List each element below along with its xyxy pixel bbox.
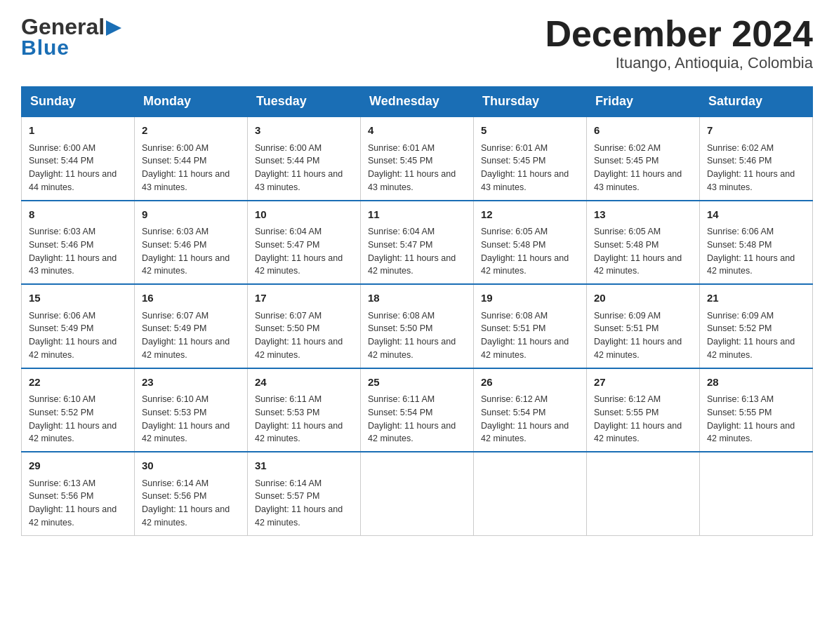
page-subtitle: Ituango, Antioquia, Colombia	[545, 54, 813, 72]
calendar-cell: 15 Sunrise: 6:06 AMSunset: 5:49 PMDaylig…	[22, 284, 135, 368]
day-number: 14	[707, 207, 805, 223]
day-info: Sunrise: 6:08 AMSunset: 5:51 PMDaylight:…	[481, 309, 579, 362]
day-info: Sunrise: 6:11 AMSunset: 5:53 PMDaylight:…	[255, 393, 353, 445]
day-number: 23	[142, 375, 240, 391]
calendar-cell: 5 Sunrise: 6:01 AMSunset: 5:45 PMDayligh…	[474, 116, 587, 201]
calendar-table: SundayMondayTuesdayWednesdayThursdayFrid…	[21, 86, 813, 536]
calendar-week-5: 29 Sunrise: 6:13 AMSunset: 5:56 PMDaylig…	[22, 452, 813, 535]
day-info: Sunrise: 6:02 AMSunset: 5:45 PMDaylight:…	[594, 142, 692, 194]
calendar-header-thursday: Thursday	[474, 87, 587, 117]
day-number: 6	[594, 123, 692, 139]
day-info: Sunrise: 6:07 AMSunset: 5:50 PMDaylight:…	[255, 309, 353, 362]
day-info: Sunrise: 6:08 AMSunset: 5:50 PMDaylight:…	[368, 309, 466, 362]
page-header: General Blue December 2024 Ituango, Anti…	[21, 14, 813, 72]
day-info: Sunrise: 6:06 AMSunset: 5:48 PMDaylight:…	[707, 225, 805, 278]
calendar-header-tuesday: Tuesday	[248, 87, 361, 117]
day-number: 15	[29, 290, 127, 307]
calendar-cell: 4 Sunrise: 6:01 AMSunset: 5:45 PMDayligh…	[361, 116, 474, 201]
day-info: Sunrise: 6:04 AMSunset: 5:47 PMDaylight:…	[368, 225, 466, 278]
calendar-cell: 1 Sunrise: 6:00 AMSunset: 5:44 PMDayligh…	[22, 116, 135, 201]
calendar-cell: 17 Sunrise: 6:07 AMSunset: 5:50 PMDaylig…	[248, 284, 361, 368]
calendar-cell: 24 Sunrise: 6:11 AMSunset: 5:53 PMDaylig…	[248, 368, 361, 452]
calendar-cell: 10 Sunrise: 6:04 AMSunset: 5:47 PMDaylig…	[248, 201, 361, 285]
day-number: 16	[142, 290, 240, 307]
calendar-week-2: 8 Sunrise: 6:03 AMSunset: 5:46 PMDayligh…	[22, 201, 813, 285]
calendar-cell: 16 Sunrise: 6:07 AMSunset: 5:49 PMDaylig…	[135, 284, 248, 368]
calendar-cell: 27 Sunrise: 6:12 AMSunset: 5:55 PMDaylig…	[587, 368, 700, 452]
day-info: Sunrise: 6:10 AMSunset: 5:53 PMDaylight:…	[142, 393, 240, 445]
calendar-cell: 21 Sunrise: 6:09 AMSunset: 5:52 PMDaylig…	[700, 284, 813, 368]
calendar-cell	[587, 452, 700, 535]
day-info: Sunrise: 6:01 AMSunset: 5:45 PMDaylight:…	[481, 142, 579, 194]
day-info: Sunrise: 6:03 AMSunset: 5:46 PMDaylight:…	[142, 225, 240, 278]
calendar-week-1: 1 Sunrise: 6:00 AMSunset: 5:44 PMDayligh…	[22, 116, 813, 201]
day-info: Sunrise: 6:12 AMSunset: 5:55 PMDaylight:…	[594, 393, 692, 445]
day-number: 7	[707, 123, 805, 139]
calendar-header-saturday: Saturday	[700, 87, 813, 117]
calendar-cell: 23 Sunrise: 6:10 AMSunset: 5:53 PMDaylig…	[135, 368, 248, 452]
day-info: Sunrise: 6:09 AMSunset: 5:51 PMDaylight:…	[594, 309, 692, 362]
calendar-cell: 29 Sunrise: 6:13 AMSunset: 5:56 PMDaylig…	[22, 452, 135, 535]
day-number: 28	[707, 375, 805, 391]
calendar-cell: 18 Sunrise: 6:08 AMSunset: 5:50 PMDaylig…	[361, 284, 474, 368]
calendar-header-sunday: Sunday	[22, 87, 135, 117]
day-info: Sunrise: 6:05 AMSunset: 5:48 PMDaylight:…	[594, 225, 692, 278]
calendar-cell: 7 Sunrise: 6:02 AMSunset: 5:46 PMDayligh…	[700, 116, 813, 201]
logo-blue-text: Blue	[21, 36, 70, 60]
day-number: 19	[481, 290, 579, 307]
calendar-week-3: 15 Sunrise: 6:06 AMSunset: 5:49 PMDaylig…	[22, 284, 813, 368]
day-info: Sunrise: 6:04 AMSunset: 5:47 PMDaylight:…	[255, 225, 353, 278]
day-number: 30	[142, 458, 240, 474]
calendar-cell	[361, 452, 474, 535]
calendar-cell: 31 Sunrise: 6:14 AMSunset: 5:57 PMDaylig…	[248, 452, 361, 535]
calendar-cell	[474, 452, 587, 535]
day-number: 4	[368, 123, 466, 139]
day-number: 29	[29, 458, 127, 474]
calendar-header-wednesday: Wednesday	[361, 87, 474, 117]
calendar-cell: 6 Sunrise: 6:02 AMSunset: 5:45 PMDayligh…	[587, 116, 700, 201]
title-block: December 2024 Ituango, Antioquia, Colomb…	[545, 14, 813, 72]
day-number: 18	[368, 290, 466, 307]
calendar-cell: 22 Sunrise: 6:10 AMSunset: 5:52 PMDaylig…	[22, 368, 135, 452]
calendar-cell: 20 Sunrise: 6:09 AMSunset: 5:51 PMDaylig…	[587, 284, 700, 368]
day-info: Sunrise: 6:01 AMSunset: 5:45 PMDaylight:…	[368, 142, 466, 194]
calendar-cell: 30 Sunrise: 6:14 AMSunset: 5:56 PMDaylig…	[135, 452, 248, 535]
day-info: Sunrise: 6:00 AMSunset: 5:44 PMDaylight:…	[142, 142, 240, 194]
day-number: 22	[29, 375, 127, 391]
calendar-cell: 8 Sunrise: 6:03 AMSunset: 5:46 PMDayligh…	[22, 201, 135, 285]
calendar-cell: 12 Sunrise: 6:05 AMSunset: 5:48 PMDaylig…	[474, 201, 587, 285]
calendar-cell: 28 Sunrise: 6:13 AMSunset: 5:55 PMDaylig…	[700, 368, 813, 452]
day-number: 9	[142, 207, 240, 223]
calendar-cell: 9 Sunrise: 6:03 AMSunset: 5:46 PMDayligh…	[135, 201, 248, 285]
calendar-cell: 25 Sunrise: 6:11 AMSunset: 5:54 PMDaylig…	[361, 368, 474, 452]
logo-triangle-icon	[106, 20, 121, 36]
day-number: 31	[255, 458, 353, 474]
day-number: 27	[594, 375, 692, 391]
calendar-cell	[700, 452, 813, 535]
day-number: 5	[481, 123, 579, 139]
day-info: Sunrise: 6:14 AMSunset: 5:56 PMDaylight:…	[142, 477, 240, 530]
day-info: Sunrise: 6:02 AMSunset: 5:46 PMDaylight:…	[707, 142, 805, 194]
day-number: 1	[29, 123, 127, 139]
calendar-cell: 13 Sunrise: 6:05 AMSunset: 5:48 PMDaylig…	[587, 201, 700, 285]
calendar-header-monday: Monday	[135, 87, 248, 117]
calendar-cell: 19 Sunrise: 6:08 AMSunset: 5:51 PMDaylig…	[474, 284, 587, 368]
day-number: 2	[142, 123, 240, 139]
day-info: Sunrise: 6:00 AMSunset: 5:44 PMDaylight:…	[29, 142, 127, 194]
day-info: Sunrise: 6:05 AMSunset: 5:48 PMDaylight:…	[481, 225, 579, 278]
logo: General Blue	[21, 14, 121, 60]
calendar-cell: 3 Sunrise: 6:00 AMSunset: 5:44 PMDayligh…	[248, 116, 361, 201]
calendar-cell: 11 Sunrise: 6:04 AMSunset: 5:47 PMDaylig…	[361, 201, 474, 285]
day-info: Sunrise: 6:06 AMSunset: 5:49 PMDaylight:…	[29, 309, 127, 362]
day-number: 20	[594, 290, 692, 307]
day-number: 13	[594, 207, 692, 223]
day-number: 17	[255, 290, 353, 307]
day-number: 10	[255, 207, 353, 223]
calendar-header-row: SundayMondayTuesdayWednesdayThursdayFrid…	[22, 87, 813, 117]
calendar-week-4: 22 Sunrise: 6:10 AMSunset: 5:52 PMDaylig…	[22, 368, 813, 452]
day-number: 24	[255, 375, 353, 391]
calendar-cell: 2 Sunrise: 6:00 AMSunset: 5:44 PMDayligh…	[135, 116, 248, 201]
day-number: 11	[368, 207, 466, 223]
day-number: 26	[481, 375, 579, 391]
day-info: Sunrise: 6:10 AMSunset: 5:52 PMDaylight:…	[29, 393, 127, 445]
